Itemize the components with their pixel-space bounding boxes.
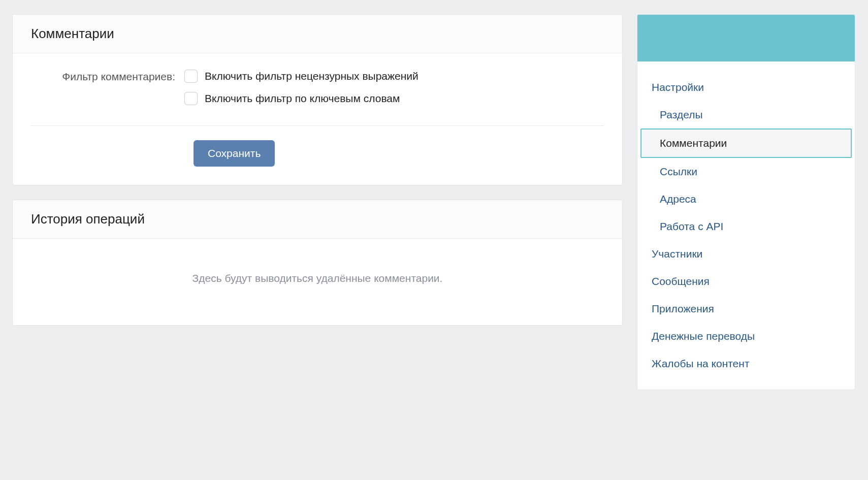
nav-item-links[interactable]: Ссылки	[637, 158, 855, 185]
nav-item-sections[interactable]: Разделы	[637, 101, 855, 129]
sidebar-nav: Настройки Разделы Комментарии Ссылки Адр…	[637, 61, 855, 390]
save-button[interactable]: Сохранить	[194, 140, 275, 167]
nav-item-members[interactable]: Участники	[637, 240, 855, 268]
nav-item-messages[interactable]: Сообщения	[637, 268, 855, 295]
nav-item-addresses[interactable]: Адреса	[637, 185, 855, 213]
checkbox-keywords-filter[interactable]	[184, 92, 198, 105]
history-card: История операций Здесь будут выводиться …	[12, 200, 623, 326]
nav-item-apps[interactable]: Приложения	[637, 295, 855, 323]
comments-card: Комментарии Фильтр комментариев: Включит…	[12, 14, 623, 185]
nav-item-transfers[interactable]: Денежные переводы	[637, 323, 855, 350]
divider	[31, 125, 604, 126]
sidebar: Настройки Разделы Комментарии Ссылки Адр…	[637, 14, 855, 390]
nav-item-reports[interactable]: Жалобы на контент	[637, 350, 855, 377]
comments-card-title: Комментарии	[13, 15, 622, 53]
history-card-title: История операций	[13, 200, 622, 239]
nav-item-comments[interactable]: Комментарии	[640, 129, 852, 158]
nav-item-api[interactable]: Работа с API	[637, 213, 855, 240]
nav-item-settings[interactable]: Настройки	[637, 74, 855, 101]
history-empty-text: Здесь будут выводиться удалённые коммент…	[31, 255, 604, 307]
checkbox-keywords-label: Включить фильтр по ключевым словам	[205, 92, 400, 105]
checkbox-profanity-label: Включить фильтр нецензурных выражений	[205, 70, 419, 82]
sidebar-banner	[637, 15, 855, 61]
checkbox-profanity-filter[interactable]	[184, 70, 198, 83]
filter-label: Фильтр комментариев:	[31, 70, 184, 114]
